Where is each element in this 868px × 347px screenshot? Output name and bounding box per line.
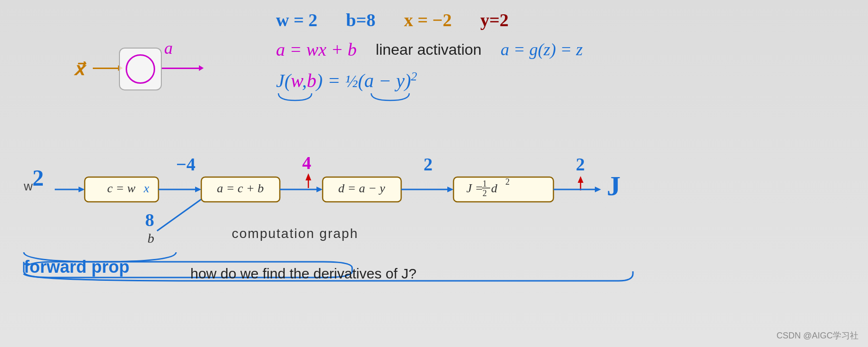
top-section: w = 2 b=8 x = −2 y=2 a = wx + b linear a…: [276, 10, 847, 92]
cost-b: b: [307, 70, 316, 91]
cost-half: ½: [345, 72, 358, 91]
svg-text:1: 1: [483, 179, 487, 188]
neuron-box: [119, 48, 162, 90]
param-x: x = −2: [404, 10, 452, 30]
svg-text:J =: J =: [466, 181, 483, 195]
svg-text:x: x: [143, 181, 149, 195]
svg-marker-35: [578, 176, 583, 183]
svg-text:c = w: c = w: [107, 181, 136, 195]
x-arrow: [93, 68, 119, 69]
svg-text:2: 2: [505, 177, 510, 187]
svg-text:2: 2: [32, 165, 44, 190]
svg-text:d = a − y: d = a − y: [338, 181, 385, 195]
svg-marker-3: [79, 187, 85, 192]
svg-text:2: 2: [576, 154, 585, 174]
svg-text:−4: −4: [176, 154, 196, 174]
cost-comma: ,: [302, 70, 307, 91]
activation-text: linear activation: [376, 41, 482, 59]
watermark: CSDN @AIGC学习社: [777, 330, 858, 341]
output-arrow: [162, 68, 200, 69]
graph-svg: w 2 c = w x −4 8 b a = c + b 4: [10, 143, 857, 267]
activation-row: a = wx + b linear activation a = g(z) = …: [276, 39, 847, 60]
svg-text:w: w: [23, 179, 33, 193]
svg-marker-9: [195, 187, 201, 192]
a-output-label: a: [164, 38, 173, 58]
cost-paren: ) =: [316, 70, 345, 91]
neuron-diagram: x⃗ a: [48, 38, 228, 114]
x-vector-label: x⃗: [74, 59, 84, 79]
cost-w: w: [291, 70, 302, 91]
svg-text:J: J: [607, 170, 621, 201]
derivatives-question: how do we find the derivatives of J?: [190, 266, 416, 282]
svg-text:2: 2: [424, 154, 433, 174]
params-row: w = 2 b=8 x = −2 y=2: [276, 10, 847, 30]
svg-marker-37: [595, 187, 601, 192]
svg-text:a = c + b: a = c + b: [217, 181, 264, 195]
svg-text:b: b: [148, 231, 154, 246]
activation-rhs: a = g(z) = z: [501, 40, 583, 59]
param-w: w = 2: [276, 10, 317, 30]
comp-graph-wrapper: w 2 c = w x −4 8 b a = c + b 4: [10, 143, 857, 268]
param-y: y=2: [480, 10, 509, 30]
param-b: b=8: [346, 10, 375, 30]
svg-marker-25: [447, 187, 454, 192]
svg-marker-20: [316, 187, 323, 192]
svg-line-10: [157, 195, 207, 231]
svg-text:computation graph: computation graph: [232, 226, 358, 241]
cost-j: J(: [276, 70, 291, 91]
underbrace-svg: [276, 91, 457, 105]
svg-text:4: 4: [302, 153, 311, 173]
main-container: w = 2 b=8 x = −2 y=2 a = wx + b linear a…: [0, 0, 868, 347]
svg-text:8: 8: [145, 210, 154, 230]
neuron-circle: [126, 54, 155, 84]
cost-equation: J(w,b) = ½(a − y)2: [276, 69, 417, 92]
bottom-brace-svg: [10, 255, 857, 283]
svg-text:2: 2: [483, 188, 487, 198]
activation-eq: a = wx + b: [276, 39, 357, 60]
cost-rest: (a − y)2: [358, 70, 417, 91]
svg-text:d: d: [491, 181, 498, 195]
